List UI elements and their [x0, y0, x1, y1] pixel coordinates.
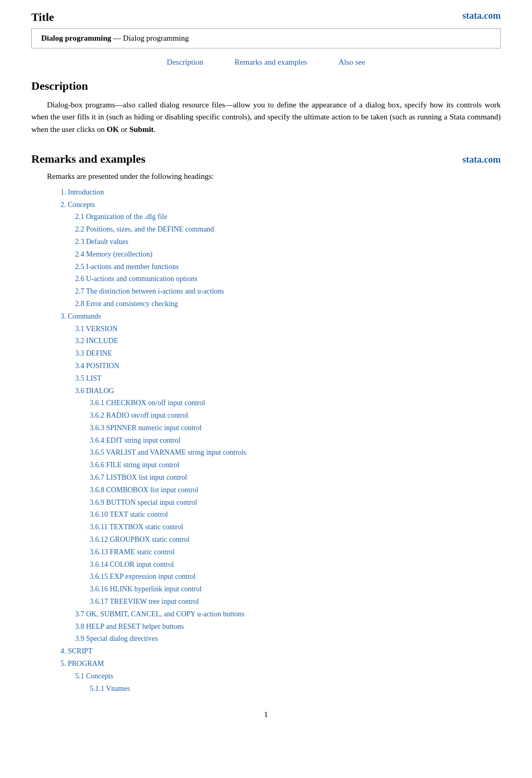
- page-header: Title stata.com: [31, 10, 501, 24]
- toc-item: 3.7 OK, SUBMIT, CANCEL, and COPY u-actio…: [75, 608, 501, 621]
- toc-link[interactable]: 3.6.1 CHECKBOX on/off input control: [90, 397, 205, 409]
- toc-item: 3.6.17 TREEVIEW tree input control: [90, 595, 501, 608]
- title-box-bold: Dialog programming: [41, 34, 111, 42]
- toc-item: 3.9 Special dialog directives: [75, 633, 501, 645]
- toc-item: 4. SCRIPT: [61, 645, 501, 658]
- toc-item: 3.6.8 COMBOBOX list input control: [90, 484, 501, 496]
- toc-link[interactable]: 2.6 U-actions and communication options: [75, 273, 197, 285]
- toc: 1. Introduction2. Concepts2.1 Organizati…: [61, 186, 501, 695]
- toc-link[interactable]: 3.6.6 FILE string input control: [90, 459, 179, 471]
- description-section: Description Dialog-box programs—also cal…: [31, 79, 501, 136]
- page-title: Title: [31, 10, 54, 24]
- toc-link[interactable]: 2.7 The distinction between i-actions an…: [75, 285, 224, 298]
- toc-item: 3.6.5 VARLIST and VARNAME string input c…: [90, 446, 501, 459]
- toc-item: 3.6.4 EDIT string input control: [90, 434, 501, 447]
- toc-item: 3.6.6 FILE string input control: [90, 459, 501, 471]
- toc-link[interactable]: 3.6.16 HLINK hyperlink input control: [90, 583, 202, 595]
- toc-link[interactable]: 3.6.9 BUTTON special input control: [90, 496, 197, 509]
- toc-item: 2.4 Memory (recollection): [75, 248, 501, 261]
- toc-item: 3.5 LIST: [75, 372, 501, 385]
- description-bold-ok: OK: [107, 125, 119, 133]
- toc-link[interactable]: 3.5 LIST: [75, 372, 102, 385]
- toc-link[interactable]: 3.2 INCLUDE: [75, 335, 118, 347]
- toc-link[interactable]: 3.8 HELP and RESET helper buttons: [75, 621, 184, 633]
- toc-item: 3.6.15 EXP expression input control: [90, 570, 501, 583]
- toc-link[interactable]: 5.1.1 Vnames: [90, 683, 130, 695]
- toc-link[interactable]: 3.6.3 SPINNER numeric input control: [90, 422, 202, 434]
- toc-item: 3.6.12 GROUPBOX static control: [90, 533, 501, 546]
- stata-link-remarks[interactable]: stata.com: [463, 154, 501, 165]
- toc-link[interactable]: 3. Commands: [61, 310, 101, 323]
- title-box-normal: Dialog programming: [123, 34, 189, 42]
- remarks-section: Remarks and examples stata.com Remarks a…: [31, 148, 501, 695]
- toc-item: 3.8 HELP and RESET helper buttons: [75, 621, 501, 633]
- page-number: 1: [31, 710, 501, 719]
- toc-item: 3.4 POSITION: [75, 360, 501, 372]
- toc-item: 2.6 U-actions and communication options: [75, 273, 501, 285]
- toc-link[interactable]: 3.6.5 VARLIST and VARNAME string input c…: [90, 446, 247, 459]
- toc-item: 2.5 I-actions and member functions: [75, 261, 501, 273]
- toc-link[interactable]: 3.4 POSITION: [75, 360, 119, 372]
- toc-item: 3.6.3 SPINNER numeric input control: [90, 422, 501, 434]
- toc-link[interactable]: 2.8 Error and consistency checking: [75, 298, 178, 310]
- toc-link[interactable]: 2.2 Positions, sizes, and the DEFINE com…: [75, 223, 214, 236]
- toc-item: 5.1 Concepts: [75, 670, 501, 683]
- toc-link[interactable]: 1. Introduction: [61, 186, 104, 199]
- toc-link[interactable]: 5.1 Concepts: [75, 670, 113, 683]
- title-box: Dialog programming — Dialog programming: [31, 28, 501, 48]
- toc-link[interactable]: 3.6.11 TEXTBOX static control: [90, 521, 183, 533]
- title-box-separator: —: [111, 34, 123, 42]
- toc-item: 2.1 Organization of the .dlg file: [75, 211, 501, 223]
- toc-link[interactable]: 3.6.17 TREEVIEW tree input control: [90, 595, 199, 608]
- toc-link[interactable]: 3.6.8 COMBOBOX list input control: [90, 484, 198, 496]
- toc-item: 2.7 The distinction between i-actions an…: [75, 285, 501, 298]
- remarks-header-row: Remarks and examples stata.com: [31, 148, 501, 172]
- toc-link[interactable]: 2.3 Default values: [75, 236, 128, 248]
- toc-item: 3.6 DIALOG: [75, 385, 501, 397]
- toc-link[interactable]: 3.6 DIALOG: [75, 385, 114, 397]
- remarks-intro: Remarks are presented under the followin…: [47, 172, 501, 181]
- toc-item: 3.3 DEFINE: [75, 347, 501, 360]
- toc-link[interactable]: 3.6.4 EDIT string input control: [90, 434, 180, 447]
- toc-item: 2.8 Error and consistency checking: [75, 298, 501, 310]
- toc-link[interactable]: 3.7 OK, SUBMIT, CANCEL, and COPY u-actio…: [75, 608, 245, 621]
- toc-item: 3.6.13 FRAME static control: [90, 546, 501, 558]
- toc-link[interactable]: 3.6.10 TEXT static control: [90, 508, 168, 521]
- toc-link[interactable]: 3.6.14 COLOR input control: [90, 558, 174, 571]
- description-heading: Description: [31, 79, 501, 93]
- toc-item: 3.2 INCLUDE: [75, 335, 501, 347]
- toc-link[interactable]: 3.6.13 FRAME static control: [90, 546, 175, 558]
- toc-item: 2.3 Default values: [75, 236, 501, 248]
- toc-item: 3.6.2 RADIO on/off input control: [90, 409, 501, 422]
- toc-link[interactable]: 3.6.2 RADIO on/off input control: [90, 409, 188, 422]
- toc-item: 5.1.1 Vnames: [90, 683, 501, 695]
- toc-link[interactable]: 2. Concepts: [61, 199, 95, 211]
- toc-item: 5. PROGRAM: [61, 658, 501, 670]
- toc-link[interactable]: 2.5 I-actions and member functions: [75, 261, 179, 273]
- description-text-end: .: [154, 125, 156, 133]
- description-text-between: or: [119, 125, 129, 133]
- stata-link-header[interactable]: stata.com: [463, 10, 501, 21]
- toc-item: 1. Introduction: [61, 186, 501, 199]
- nav-alsosee[interactable]: Also see: [338, 58, 365, 67]
- toc-link[interactable]: 3.9 Special dialog directives: [75, 633, 158, 645]
- toc-link[interactable]: 3.3 DEFINE: [75, 347, 112, 360]
- toc-link[interactable]: 5. PROGRAM: [61, 658, 104, 670]
- toc-link[interactable]: 3.1 VERSION: [75, 323, 117, 335]
- toc-link[interactable]: 3.6.12 GROUPBOX static control: [90, 533, 190, 546]
- toc-link[interactable]: 3.6.7 LISTBOX list input control: [90, 471, 187, 484]
- description-body: Dialog-box programs—also called dialog r…: [31, 99, 501, 136]
- toc-link[interactable]: 4. SCRIPT: [61, 645, 92, 658]
- toc-item: 3.6.14 COLOR input control: [90, 558, 501, 571]
- description-bold-submit: Submit: [129, 125, 154, 133]
- toc-link[interactable]: 3.6.15 EXP expression input control: [90, 570, 196, 583]
- nav-description[interactable]: Description: [167, 58, 203, 67]
- nav-remarks[interactable]: Remarks and examples: [235, 58, 307, 67]
- toc-link[interactable]: 2.4 Memory (recollection): [75, 248, 152, 261]
- toc-item: 3.1 VERSION: [75, 323, 501, 335]
- toc-item: 3.6.10 TEXT static control: [90, 508, 501, 521]
- toc-item: 3.6.7 LISTBOX list input control: [90, 471, 501, 484]
- toc-link[interactable]: 2.1 Organization of the .dlg file: [75, 211, 167, 223]
- toc-item: 3.6.11 TEXTBOX static control: [90, 521, 501, 533]
- description-text-main: Dialog-box programs—also called dialog r…: [31, 101, 501, 133]
